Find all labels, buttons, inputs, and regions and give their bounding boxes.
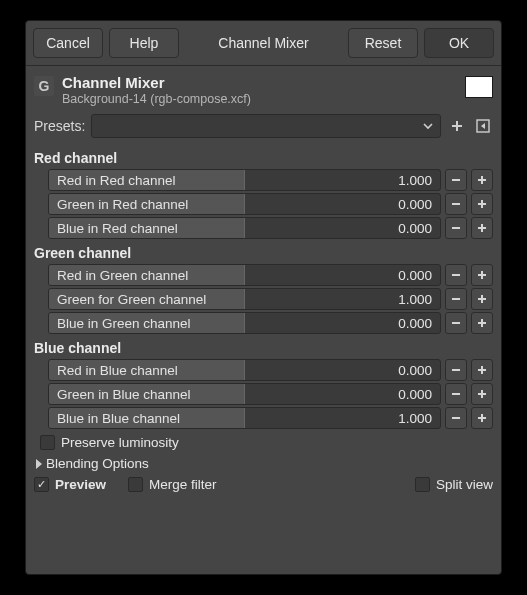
value-slider[interactable]: Red in Red channel1.000: [48, 169, 441, 191]
ok-button[interactable]: OK: [424, 28, 494, 58]
presets-combobox[interactable]: [91, 114, 441, 138]
filter-title: Channel Mixer: [62, 74, 457, 91]
value-slider[interactable]: Red in Green channel0.000: [48, 264, 441, 286]
plus-icon: [476, 174, 488, 186]
channel-title: Blue channel: [34, 340, 493, 356]
merge-filter-label: Merge filter: [149, 477, 217, 492]
decrement-button[interactable]: [445, 217, 467, 239]
plus-icon: [476, 364, 488, 376]
slider-row: Green in Red channel0.000: [48, 193, 493, 215]
preset-manage-icon: [475, 118, 491, 134]
dialog-body: G Channel Mixer Background-14 (rgb-compo…: [26, 66, 501, 502]
preserve-luminosity-label: Preserve luminosity: [61, 435, 179, 450]
split-view-label: Split view: [436, 477, 493, 492]
color-swatch[interactable]: [465, 76, 493, 98]
blending-options-expander[interactable]: Blending Options: [34, 456, 493, 471]
blending-options-label: Blending Options: [46, 456, 149, 471]
decrement-button[interactable]: [445, 288, 467, 310]
help-button[interactable]: Help: [109, 28, 179, 58]
decrement-button[interactable]: [445, 312, 467, 334]
preserve-luminosity-checkbox[interactable]: [40, 435, 55, 450]
slider-value: 0.000: [398, 221, 432, 236]
minus-icon: [450, 293, 462, 305]
slider-value: 1.000: [398, 292, 432, 307]
dialog-bar-title: Channel Mixer: [185, 28, 342, 58]
plus-icon: [450, 119, 464, 133]
minus-icon: [450, 388, 462, 400]
value-slider[interactable]: Blue in Red channel0.000: [48, 217, 441, 239]
increment-button[interactable]: [471, 312, 493, 334]
minus-icon: [450, 198, 462, 210]
split-view-checkbox[interactable]: [415, 477, 430, 492]
slider-value: 1.000: [398, 173, 432, 188]
bottom-options-row: ✓ Preview Merge filter Split view: [34, 477, 493, 492]
slider-row: Red in Red channel1.000: [48, 169, 493, 191]
presets-row: Presets:: [34, 114, 493, 138]
slider-row: Red in Blue channel0.000: [48, 359, 493, 381]
cancel-button[interactable]: Cancel: [33, 28, 103, 58]
slider-label: Red in Green channel: [57, 268, 188, 283]
value-slider[interactable]: Green for Green channel1.000: [48, 288, 441, 310]
filter-subtitle: Background-14 (rgb-compose.xcf): [62, 92, 457, 106]
value-slider[interactable]: Green in Blue channel0.000: [48, 383, 441, 405]
increment-button[interactable]: [471, 359, 493, 381]
dialog-window: Cancel Help Channel Mixer Reset OK G Cha…: [25, 20, 502, 575]
decrement-button[interactable]: [445, 359, 467, 381]
slider-value: 0.000: [398, 387, 432, 402]
increment-button[interactable]: [471, 217, 493, 239]
slider-label: Red in Blue channel: [57, 363, 178, 378]
value-slider[interactable]: Green in Red channel0.000: [48, 193, 441, 215]
slider-row: Red in Green channel0.000: [48, 264, 493, 286]
decrement-button[interactable]: [445, 264, 467, 286]
slider-value: 0.000: [398, 316, 432, 331]
decrement-button[interactable]: [445, 193, 467, 215]
slider-value: 1.000: [398, 411, 432, 426]
app-logo-icon: G: [34, 76, 54, 96]
value-slider[interactable]: Blue in Blue channel1.000: [48, 407, 441, 429]
slider-label: Red in Red channel: [57, 173, 176, 188]
minus-icon: [450, 412, 462, 424]
minus-icon: [450, 174, 462, 186]
increment-button[interactable]: [471, 288, 493, 310]
plus-icon: [476, 222, 488, 234]
channel-title: Red channel: [34, 150, 493, 166]
decrement-button[interactable]: [445, 407, 467, 429]
channel-title: Green channel: [34, 245, 493, 261]
minus-icon: [450, 222, 462, 234]
preview-checkbox[interactable]: ✓: [34, 477, 49, 492]
presets-label: Presets:: [34, 118, 85, 134]
minus-icon: [450, 364, 462, 376]
chevron-down-icon: [422, 120, 434, 132]
triangle-right-icon: [36, 459, 42, 469]
value-slider[interactable]: Blue in Green channel0.000: [48, 312, 441, 334]
slider-value: 0.000: [398, 268, 432, 283]
slider-row: Green in Blue channel0.000: [48, 383, 493, 405]
value-slider[interactable]: Red in Blue channel0.000: [48, 359, 441, 381]
preview-label: Preview: [55, 477, 106, 492]
increment-button[interactable]: [471, 383, 493, 405]
increment-button[interactable]: [471, 407, 493, 429]
slider-value: 0.000: [398, 363, 432, 378]
plus-icon: [476, 412, 488, 424]
header-row: G Channel Mixer Background-14 (rgb-compo…: [34, 74, 493, 106]
minus-icon: [450, 317, 462, 329]
merge-filter-checkbox[interactable]: [128, 477, 143, 492]
plus-icon: [476, 388, 488, 400]
preset-manage-button[interactable]: [473, 116, 493, 136]
reset-button[interactable]: Reset: [348, 28, 418, 58]
plus-icon: [476, 198, 488, 210]
increment-button[interactable]: [471, 193, 493, 215]
increment-button[interactable]: [471, 169, 493, 191]
increment-button[interactable]: [471, 264, 493, 286]
preset-add-button[interactable]: [447, 116, 467, 136]
plus-icon: [476, 269, 488, 281]
minus-icon: [450, 269, 462, 281]
slider-label: Green in Blue channel: [57, 387, 191, 402]
slider-value: 0.000: [398, 197, 432, 212]
slider-row: Green for Green channel1.000: [48, 288, 493, 310]
title-block: Channel Mixer Background-14 (rgb-compose…: [62, 74, 457, 106]
slider-label: Green for Green channel: [57, 292, 206, 307]
decrement-button[interactable]: [445, 169, 467, 191]
slider-row: Blue in Green channel0.000: [48, 312, 493, 334]
decrement-button[interactable]: [445, 383, 467, 405]
